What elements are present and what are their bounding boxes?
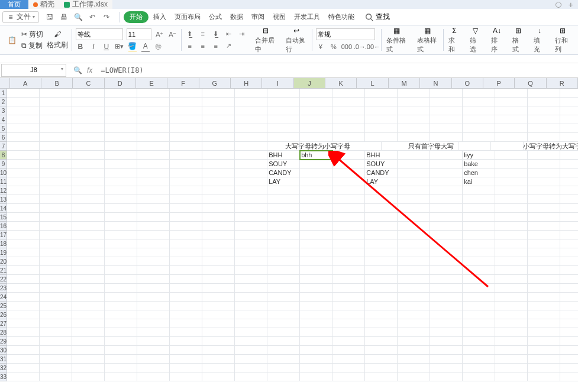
cell-N22[interactable] [430, 275, 463, 284]
cell-Q2[interactable] [528, 98, 560, 106]
cell-P2[interactable] [495, 98, 528, 106]
select-all-corner[interactable] [0, 78, 10, 88]
cell-K8[interactable] [332, 151, 365, 160]
cell-G32[interactable] [202, 364, 235, 372]
cell-J21[interactable] [300, 266, 332, 275]
cell-A5[interactable] [7, 124, 40, 133]
cell-L12[interactable] [365, 186, 398, 195]
cell-M14[interactable] [398, 204, 430, 213]
cell-N15[interactable] [430, 213, 463, 222]
cell-F11[interactable] [170, 177, 202, 186]
save-icon[interactable]: 🖫 [45, 12, 54, 22]
cell-N8[interactable] [430, 151, 463, 160]
cell-Q12[interactable] [528, 186, 560, 195]
increase-font-icon[interactable]: A⁺ [155, 30, 164, 39]
indent-decrease-icon[interactable]: ⇤ [224, 29, 234, 38]
filter-icon[interactable]: ▽ [470, 27, 482, 35]
cell-L33[interactable] [365, 372, 398, 381]
cell-B30[interactable] [40, 346, 72, 355]
cell-J19[interactable] [300, 248, 332, 257]
col-header-I[interactable]: I [262, 78, 293, 88]
cell-H27[interactable] [235, 319, 267, 328]
cell-P7[interactable]: 小写字母转为大写字母 [508, 142, 578, 151]
cell-B5[interactable] [40, 124, 72, 133]
cell-E23[interactable] [137, 284, 170, 293]
cell-H7[interactable] [235, 142, 267, 151]
cell-K19[interactable] [332, 248, 365, 257]
cell-K18[interactable] [332, 239, 365, 248]
cell-K20[interactable] [332, 257, 365, 266]
cell-C2[interactable] [72, 98, 105, 106]
cell-L16[interactable] [365, 222, 398, 231]
cell-J10[interactable] [300, 169, 332, 177]
cell-D16[interactable] [105, 222, 137, 231]
cell-M19[interactable] [398, 248, 430, 257]
cell-N18[interactable] [430, 239, 463, 248]
cell-J11[interactable] [300, 177, 332, 186]
cell-E9[interactable] [137, 160, 170, 169]
cell-E12[interactable] [137, 186, 170, 195]
fill-color-button[interactable]: 🪣 [128, 42, 137, 51]
col-header-D[interactable]: D [105, 78, 136, 88]
cell-O15[interactable] [463, 213, 495, 222]
italic-button[interactable]: I [89, 42, 98, 51]
cell-D4[interactable] [105, 115, 137, 124]
cell-K21[interactable] [332, 266, 365, 275]
cell-O31[interactable] [463, 355, 495, 364]
cell-A8[interactable] [7, 151, 40, 160]
cell-F6[interactable] [170, 133, 202, 142]
cell-J31[interactable] [300, 355, 332, 364]
cell-A32[interactable] [7, 364, 40, 372]
cell-E26[interactable] [137, 310, 170, 319]
cell-E27[interactable] [137, 319, 170, 328]
cell-R12[interactable] [560, 186, 578, 195]
cell-E18[interactable] [137, 239, 170, 248]
cell-D11[interactable] [105, 177, 137, 186]
col-header-J[interactable]: J [294, 78, 325, 88]
cell-G13[interactable] [202, 195, 235, 204]
cell-M1[interactable] [398, 89, 430, 98]
plus-icon[interactable]: + [569, 0, 573, 9]
cell-Q8[interactable] [528, 151, 560, 160]
cell-L8[interactable]: BHH [365, 151, 398, 160]
cell-Q3[interactable] [528, 106, 560, 115]
cell-M8[interactable] [398, 151, 430, 160]
cell-O20[interactable] [463, 257, 495, 266]
cell-D28[interactable] [105, 328, 137, 337]
cell-A26[interactable] [7, 310, 40, 319]
cell-F15[interactable] [170, 213, 202, 222]
row-header[interactable]: 8 [0, 151, 7, 160]
number-format-select[interactable] [316, 28, 375, 40]
cell-Q13[interactable] [528, 195, 560, 204]
cell-M3[interactable] [398, 106, 430, 115]
cell-A15[interactable] [7, 213, 40, 222]
cell-I28[interactable] [267, 328, 300, 337]
cell-B17[interactable] [40, 231, 72, 239]
cell-Q15[interactable] [528, 213, 560, 222]
cell-F10[interactable] [170, 169, 202, 177]
cell-A7[interactable] [7, 142, 40, 151]
cell-E31[interactable] [137, 355, 170, 364]
cell-G33[interactable] [202, 372, 235, 381]
cell-C26[interactable] [72, 310, 105, 319]
cell-N27[interactable] [430, 319, 463, 328]
col-header-Q[interactable]: Q [515, 78, 546, 88]
cell-P5[interactable] [495, 124, 528, 133]
cell-A4[interactable] [7, 115, 40, 124]
cell-R18[interactable] [560, 239, 578, 248]
cell-O4[interactable] [463, 115, 495, 124]
col-header-O[interactable]: O [452, 78, 483, 88]
cell-Q19[interactable] [528, 248, 560, 257]
cell-J27[interactable] [300, 319, 332, 328]
cell-G4[interactable] [202, 115, 235, 124]
format-painter-button[interactable]: 🖌 格式刷 [47, 30, 68, 50]
cell-J25[interactable] [300, 302, 332, 310]
cell-G1[interactable] [202, 89, 235, 98]
cell-N29[interactable] [430, 337, 463, 346]
cell-P17[interactable] [495, 231, 528, 239]
indent-increase-icon[interactable]: ⇥ [237, 29, 247, 38]
cell-C9[interactable] [72, 160, 105, 169]
cond-format-icon[interactable]: ▦ [391, 27, 403, 35]
cell-Q4[interactable] [528, 115, 560, 124]
cell-A10[interactable] [7, 169, 40, 177]
